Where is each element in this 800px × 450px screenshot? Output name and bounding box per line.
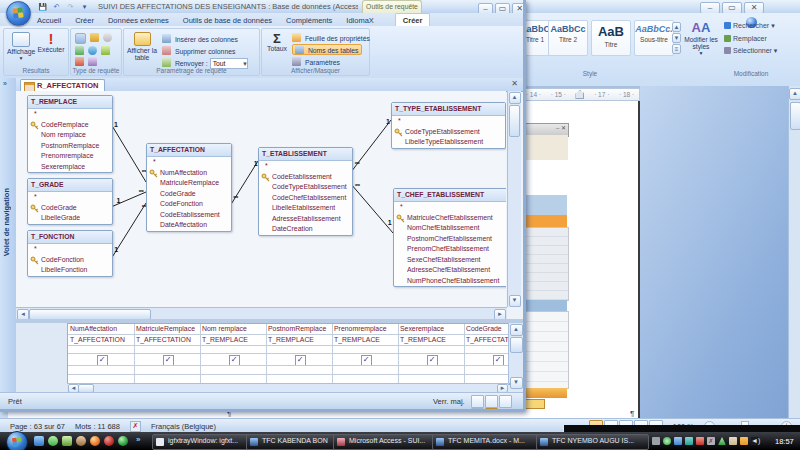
qat-dropdown-icon[interactable]: ▾ <box>78 2 91 12</box>
union-query-icon[interactable] <box>103 33 112 42</box>
grid-field-cell[interactable]: MatriculeRemplace <box>134 324 200 335</box>
show-checkbox[interactable]: ✓ <box>493 355 504 366</box>
query-table-t-affectation[interactable]: T_AFFECTATION*NumAffectationMatriculeRem… <box>146 143 232 232</box>
field-nom-remplace[interactable]: Nom remplace <box>28 130 112 141</box>
grid-table-cell[interactable]: T_REMPLACE <box>200 335 266 346</box>
table-header[interactable]: T_ETABLISSEMENT <box>259 148 352 161</box>
grid-show-cell[interactable]: ✓ <box>464 354 510 366</box>
query-canvas[interactable]: 1∞1∞1∞∞1∞1∞1 T_REMPLACE*CodeRemplaceNom … <box>16 91 506 307</box>
data-definition-query-icon[interactable] <box>88 57 97 66</box>
grid-sort-cell[interactable] <box>200 346 266 354</box>
field-sexechefetablissement[interactable]: SexeChefEtablissement <box>394 255 506 266</box>
field-all[interactable]: * <box>147 157 231 168</box>
scroll-up-icon[interactable]: ▲ <box>510 324 523 336</box>
table-header[interactable]: T_TYPE_ETABLISSEMENT <box>392 103 505 116</box>
styles-more-icon[interactable]: ≡ <box>672 44 681 54</box>
style-chip-titre-2[interactable]: AaBbCcTitre 2 <box>548 20 588 56</box>
grid-table-cell[interactable]: T_REMPLACE <box>266 335 332 346</box>
crosstab-query-icon[interactable] <box>88 46 97 55</box>
grid-column-nom-remplace[interactable]: Nom remplaceT_REMPLACE✓ <box>200 324 267 384</box>
display-error-tray-icon[interactable]: ✗ <box>707 437 715 445</box>
grid-criteria-cell[interactable] <box>68 366 134 375</box>
modify-styles-button[interactable]: AA Modifier les styles ▼ <box>684 20 718 68</box>
field-codetypeetablissement[interactable]: CodeTypeEtablissement <box>392 127 505 138</box>
grid-column-prenomremplace[interactable]: PrenomremplaceT_REMPLACE✓ <box>332 324 399 384</box>
field-adresseetablissement[interactable]: AdresseEtablissement <box>259 214 352 225</box>
grid-field-cell[interactable]: Sexeremplace <box>398 324 464 335</box>
query-table-t-fonction[interactable]: T_FONCTION*CodeFonctionLibelleFonction <box>27 230 113 277</box>
undo-icon[interactable]: ↶ <box>50 2 63 12</box>
opera-icon[interactable] <box>104 436 114 446</box>
styles-scroll-down-icon[interactable]: ▼ <box>672 33 681 43</box>
show-checkbox[interactable]: ✓ <box>427 355 438 366</box>
rechercher-button[interactable]: Rechercher ▾ <box>724 22 777 30</box>
browser-paw-icon[interactable] <box>76 436 86 446</box>
grid-sort-cell[interactable] <box>398 346 464 354</box>
show-checkbox[interactable]: ✓ <box>361 355 372 366</box>
grid-field-cell[interactable]: CodeGrade <box>464 324 510 335</box>
media-player-icon[interactable] <box>62 436 72 446</box>
close-document-icon[interactable]: ✕ <box>511 79 518 88</box>
taskbar-button-tfc-nyembo-augu-is[interactable]: TFC NYEMBO AUGU IS... <box>536 434 649 450</box>
query-table-t-type-etablissement[interactable]: T_TYPE_ETABLISSEMENT*CodeTypeEtablisseme… <box>391 102 506 149</box>
taskbar-button-igfxtraywindow-igfxt[interactable]: igfxtrayWindow: igfxt... <box>152 434 260 450</box>
battery-tray-icon[interactable] <box>729 437 737 445</box>
select-query-icon[interactable] <box>75 33 86 44</box>
parameters-button[interactable]: Paramètres <box>292 57 340 66</box>
grid-column-numaffectation[interactable]: NumAffectationT_AFFECTATION✓ <box>68 324 135 384</box>
show-checkbox[interactable]: ✓ <box>295 355 306 366</box>
save-icon[interactable]: 💾 <box>36 2 49 12</box>
append-query-icon[interactable] <box>75 46 84 55</box>
field-adressechefetablissement[interactable]: AdresseChefEtablissement <box>394 265 506 276</box>
field-all[interactable]: * <box>28 244 112 255</box>
grid-field-cell[interactable]: Nom remplace <box>200 324 266 335</box>
query-table-t-grade[interactable]: T_GRADE*CodeGradeLibelleGrade <box>27 178 113 225</box>
office-button[interactable] <box>6 1 31 26</box>
field-codefonction[interactable]: CodeFonction <box>147 199 231 210</box>
field-nomchefetablissement[interactable]: NomChefEtablissement <box>394 223 506 234</box>
view-button[interactable]: Affichage▼ <box>7 32 35 61</box>
field-codeetablissement[interactable]: CodeEtablissement <box>259 172 352 183</box>
scrollbar-thumb[interactable] <box>509 105 520 137</box>
show-checkbox[interactable]: ✓ <box>229 355 240 366</box>
grid-vertical-scrollbar[interactable]: ▲ ▼ <box>508 323 523 383</box>
style-chip-sous-titre[interactable]: AaBbCc.Sous-titre <box>634 20 674 56</box>
grid-criteria-cell[interactable] <box>398 366 464 375</box>
grid-sort-cell[interactable] <box>68 346 134 354</box>
table-header[interactable]: T_CHEF_ETABLISSEMENT <box>394 189 506 202</box>
grid-field-cell[interactable]: NumAffectation <box>68 324 134 335</box>
field-all[interactable]: * <box>394 202 506 213</box>
field-postnomremplace[interactable]: PostnomRemplace <box>28 141 112 152</box>
grid-show-cell[interactable]: ✓ <box>332 354 398 366</box>
design-view-icon[interactable] <box>485 408 498 412</box>
field-codegrade[interactable]: CodeGrade <box>147 189 231 200</box>
redo-icon[interactable]: ↷ <box>64 2 77 12</box>
table-header[interactable]: T_REMPLACE <box>28 96 112 109</box>
field-codetypeetablissement[interactable]: CodeTypeEtablissement <box>259 182 352 193</box>
antivirus-tray-icon[interactable] <box>696 437 704 445</box>
grid-table-cell[interactable]: T_AFFECTATION <box>134 335 200 346</box>
field-libellegrade[interactable]: LibelleGrade <box>28 213 112 224</box>
grid-table-cell[interactable]: T_AFFECTATION <box>68 335 134 346</box>
insert-columns-button[interactable]: Insérer des colonnes <box>162 34 238 43</box>
datasheet-view-icon[interactable] <box>471 395 484 408</box>
grid-column-codegrade[interactable]: CodeGradeT_AFFECTATION✓ <box>464 324 510 384</box>
field-datecreation[interactable]: DateCreation <box>259 224 352 235</box>
grid-show-cell[interactable]: ✓ <box>134 354 200 366</box>
grid-criteria-cell[interactable] <box>266 366 332 375</box>
field-postnomchefetablissement[interactable]: PostnomChefEtablissement <box>394 234 506 245</box>
table-header[interactable]: T_GRADE <box>28 179 112 192</box>
grid-table-cell[interactable]: T_AFFECTATION <box>464 335 510 346</box>
navigation-pane-collapsed[interactable]: » Volet de navigation <box>0 78 17 392</box>
proofing-error-icon[interactable]: ✗ <box>130 421 141 432</box>
grid-show-cell[interactable]: ✓ <box>68 354 134 366</box>
grid-show-cell[interactable]: ✓ <box>200 354 266 366</box>
quick-launch-overflow-icon[interactable]: » <box>136 435 140 444</box>
field-coderemplace[interactable]: CodeRemplace <box>28 120 112 131</box>
page-count[interactable]: Page : 63 sur 67 <box>10 422 65 431</box>
field-libellefonction[interactable]: LibelleFonction <box>28 265 112 276</box>
field-numphonechefetablissement[interactable]: NumPhoneChefEtablissement <box>394 276 506 287</box>
show-desktop-icon[interactable] <box>34 436 44 446</box>
property-sheet-button[interactable]: Feuille des propriétés <box>292 33 370 42</box>
table-header[interactable]: T_FONCTION <box>28 231 112 244</box>
